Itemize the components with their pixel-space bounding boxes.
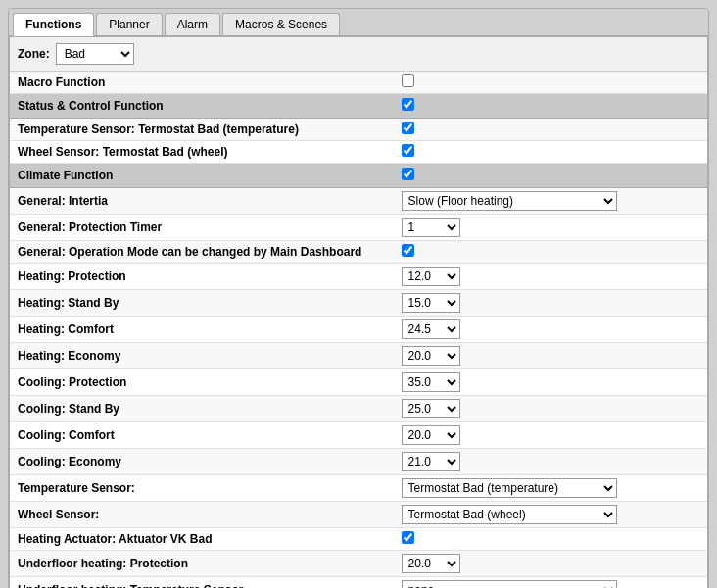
row-label: Heating: Protection bbox=[10, 264, 394, 290]
row-label: Wheel Sensor: bbox=[10, 502, 394, 528]
row-value bbox=[394, 72, 707, 94]
row-label: General: Operation Mode can be changed b… bbox=[10, 241, 394, 264]
row-value: Termostat Bad (temperature) bbox=[394, 475, 707, 502]
heating-protection-select[interactable]: 12.0 bbox=[402, 267, 460, 286]
row-label: Macro Function bbox=[10, 72, 394, 94]
tab-planner[interactable]: Planner bbox=[96, 13, 162, 35]
underfloor-protection-select[interactable]: 20.0 bbox=[402, 554, 460, 573]
table-row: Temperature Sensor: Termostat Bad (tempe… bbox=[10, 119, 707, 141]
row-value bbox=[394, 528, 707, 551]
heating-actuator-checkbox[interactable] bbox=[402, 531, 414, 544]
intertia-select[interactable]: Slow (Floor heating) Fast bbox=[402, 191, 617, 211]
table-row: Cooling: Economy 21.0 bbox=[10, 449, 707, 475]
underfloor-temp-sensor-select[interactable]: none bbox=[402, 580, 617, 588]
main-container: Functions Planner Alarm Macros & Scenes … bbox=[8, 8, 709, 588]
wheel-sensor-checkbox[interactable] bbox=[402, 144, 414, 157]
row-label: Heating: Economy bbox=[10, 343, 394, 369]
table-row: General: Operation Mode can be changed b… bbox=[10, 241, 707, 264]
table-row: Heating: Protection 12.0 bbox=[10, 264, 707, 290]
climate-function-checkbox[interactable] bbox=[402, 168, 414, 180]
row-label: Temperature Sensor: bbox=[10, 475, 394, 502]
tab-macros-scenes[interactable]: Macros & Scenes bbox=[222, 13, 340, 35]
row-value: 12.0 bbox=[394, 264, 707, 290]
properties-table: Macro Function Status & Control Function… bbox=[10, 72, 707, 588]
section-label: Status & Control Function bbox=[10, 94, 394, 119]
temp-sensor-checkbox[interactable] bbox=[402, 122, 414, 134]
table-row: Heating Actuator: Aktuator VK Bad bbox=[10, 528, 707, 551]
table-row: Temperature Sensor: Termostat Bad (tempe… bbox=[10, 475, 707, 502]
table-row: Cooling: Comfort 20.0 bbox=[10, 422, 707, 449]
zone-label: Zone: bbox=[18, 47, 50, 61]
row-label: Underfloor heating: Protection bbox=[10, 551, 394, 577]
table-row: General: Protection Timer 123 bbox=[10, 215, 707, 241]
tab-bar: Functions Planner Alarm Macros & Scenes bbox=[9, 9, 708, 36]
row-value: Termostat Bad (wheel) bbox=[394, 502, 707, 528]
row-value: none bbox=[394, 577, 707, 589]
row-value: Slow (Floor heating) Fast bbox=[394, 188, 707, 215]
heating-comfort-select[interactable]: 24.5 bbox=[402, 319, 460, 339]
row-value: 35.0 bbox=[394, 369, 707, 396]
row-label: Wheel Sensor: Termostat Bad (wheel) bbox=[10, 141, 394, 164]
row-label: Heating: Comfort bbox=[10, 317, 394, 343]
table-row: Heating: Economy 20.0 bbox=[10, 343, 707, 369]
temperature-sensor-select[interactable]: Termostat Bad (temperature) bbox=[402, 478, 617, 498]
table-row: Underfloor heating: Temperature Sensor n… bbox=[10, 577, 707, 589]
heating-economy-select[interactable]: 20.0 bbox=[402, 346, 460, 366]
row-label: Temperature Sensor: Termostat Bad (tempe… bbox=[10, 119, 394, 141]
cooling-comfort-select[interactable]: 20.0 bbox=[402, 425, 460, 445]
table-row: Macro Function bbox=[10, 72, 707, 94]
table-row: Heating: Stand By 15.0 bbox=[10, 290, 707, 317]
row-label: Underfloor heating: Temperature Sensor bbox=[10, 577, 394, 589]
cooling-protection-select[interactable]: 35.0 bbox=[402, 372, 460, 392]
zone-row: Zone: Bad bbox=[10, 37, 707, 72]
protection-timer-select[interactable]: 123 bbox=[402, 218, 460, 237]
tab-alarm[interactable]: Alarm bbox=[165, 13, 220, 35]
table-row: Cooling: Protection 35.0 bbox=[10, 369, 707, 396]
table-row: Wheel Sensor: Termostat Bad (wheel) bbox=[10, 502, 707, 528]
row-value: 21.0 bbox=[394, 449, 707, 475]
status-control-checkbox[interactable] bbox=[402, 98, 414, 111]
section-value bbox=[394, 94, 707, 119]
section-value bbox=[394, 164, 707, 188]
operation-mode-checkbox[interactable] bbox=[402, 244, 414, 257]
table-row: Underfloor heating: Protection 20.0 bbox=[10, 551, 707, 577]
row-value bbox=[394, 141, 707, 164]
row-label: Heating: Stand By bbox=[10, 290, 394, 317]
row-label: General: Intertia bbox=[10, 188, 394, 215]
row-value: 15.0 bbox=[394, 290, 707, 317]
row-label: Heating Actuator: Aktuator VK Bad bbox=[10, 528, 394, 551]
row-value bbox=[394, 241, 707, 264]
table-row: Heating: Comfort 24.5 bbox=[10, 317, 707, 343]
cooling-standby-select[interactable]: 25.0 bbox=[402, 399, 460, 418]
row-label: Cooling: Comfort bbox=[10, 422, 394, 449]
row-value: 20.0 bbox=[394, 422, 707, 449]
section-climate: Climate Function bbox=[10, 164, 707, 188]
table-row: Wheel Sensor: Termostat Bad (wheel) bbox=[10, 141, 707, 164]
row-label: Cooling: Protection bbox=[10, 369, 394, 396]
row-label: Cooling: Economy bbox=[10, 449, 394, 475]
row-value: 123 bbox=[394, 215, 707, 241]
table-row: General: Intertia Slow (Floor heating) F… bbox=[10, 188, 707, 215]
table-row: Cooling: Stand By 25.0 bbox=[10, 396, 707, 422]
row-value: 25.0 bbox=[394, 396, 707, 422]
cooling-economy-select[interactable]: 21.0 bbox=[402, 452, 460, 471]
zone-select[interactable]: Bad bbox=[56, 43, 134, 65]
row-value: 24.5 bbox=[394, 317, 707, 343]
row-value: 20.0 bbox=[394, 343, 707, 369]
row-label: Cooling: Stand By bbox=[10, 396, 394, 422]
row-label: General: Protection Timer bbox=[10, 215, 394, 241]
heating-standby-select[interactable]: 15.0 bbox=[402, 293, 460, 313]
row-value: 20.0 bbox=[394, 551, 707, 577]
wheel-sensor-select[interactable]: Termostat Bad (wheel) bbox=[402, 505, 617, 524]
macro-function-checkbox[interactable] bbox=[402, 74, 414, 87]
row-value bbox=[394, 119, 707, 141]
section-status-control: Status & Control Function bbox=[10, 94, 707, 119]
content-area: Zone: Bad Macro Function Status & Contro… bbox=[9, 36, 708, 588]
tab-functions[interactable]: Functions bbox=[13, 13, 94, 36]
section-label: Climate Function bbox=[10, 164, 394, 188]
